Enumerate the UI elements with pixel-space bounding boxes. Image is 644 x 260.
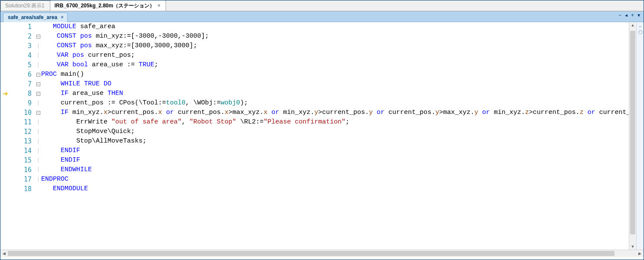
line-number: 8: [13, 89, 32, 98]
zoom-out-icon[interactable]: ◂: [624, 12, 628, 18]
fold-marker: │: [35, 146, 41, 156]
vertical-scroll-thumb[interactable]: [630, 31, 635, 234]
line-number: 7: [13, 79, 32, 89]
fold-marker[interactable]: −: [35, 108, 41, 117]
code-line[interactable]: ENDIF: [41, 156, 629, 165]
line-number: 6: [13, 70, 32, 79]
code-line[interactable]: WHILE TRUE DO: [41, 79, 629, 89]
horizontal-scrollbar[interactable]: ◀ ▶: [0, 250, 644, 257]
fold-marker[interactable]: −: [35, 32, 41, 41]
code-line[interactable]: IF min_xyz.x>current_pos.x or current_po…: [41, 108, 629, 117]
horizontal-scroll-thumb[interactable]: [8, 251, 615, 256]
code-line[interactable]: PROC main(): [41, 70, 629, 79]
fold-marker[interactable]: −: [35, 79, 41, 89]
code-editor[interactable]: ➔ 123456789101112131415161718 −│││−−−│−│…: [0, 22, 644, 250]
line-number: 14: [13, 146, 32, 156]
fold-marker: │: [35, 51, 41, 60]
fold-collapse-icon[interactable]: −: [36, 111, 40, 115]
code-line[interactable]: ENDMODULE: [41, 184, 629, 194]
fold-collapse-icon[interactable]: −: [36, 82, 40, 86]
line-number: 18: [13, 184, 32, 194]
fold-marker: [35, 22, 41, 32]
execution-gutter: ➔: [0, 22, 13, 250]
code-line[interactable]: Stop\AllMoveTasks;: [41, 136, 629, 146]
scroll-down-icon[interactable]: ▼: [629, 244, 636, 249]
fold-marker: [35, 184, 41, 194]
fold-collapse-icon[interactable]: −: [36, 73, 40, 77]
split-icon[interactable]: ↔: [638, 24, 642, 29]
close-icon[interactable]: ×: [61, 14, 64, 20]
close-icon[interactable]: ×: [157, 3, 160, 9]
fold-marker: │: [35, 127, 41, 136]
execution-pointer-icon: ➔: [3, 90, 8, 98]
line-number: 10: [13, 108, 32, 117]
side-widget: ↔ ▢: [636, 22, 644, 250]
code-line[interactable]: ENDIF: [41, 146, 629, 156]
code-line[interactable]: current_pos := CPos(\Tool:=tool0, \WObj:…: [41, 98, 629, 108]
minimize-icon[interactable]: −: [618, 12, 622, 18]
tab-menu-icon[interactable]: ▾: [637, 12, 641, 18]
fold-collapse-icon[interactable]: −: [36, 35, 40, 39]
code-line[interactable]: VAR pos current_pos;: [41, 51, 629, 60]
code-area[interactable]: MODULE safe_area CONST pos min_xyz:=[-30…: [41, 22, 629, 250]
fold-marker: │: [35, 60, 41, 70]
fold-marker: │: [35, 98, 41, 108]
code-line[interactable]: ENDPROC: [41, 175, 629, 184]
expand-icon[interactable]: ▢: [638, 29, 642, 34]
horizontal-scroll-track[interactable]: [8, 250, 636, 257]
document-tab-bar: safe_area/safe_area × − ◂ + ▾: [0, 11, 644, 22]
zoom-in-icon[interactable]: +: [630, 12, 635, 18]
line-number: 5: [13, 60, 32, 70]
fold-marker[interactable]: −: [35, 70, 41, 79]
code-line[interactable]: CONST pos max_xyz:=[3000,3000,3000];: [41, 41, 629, 51]
vertical-scrollbar[interactable]: ▲ ▼: [629, 22, 636, 250]
code-line[interactable]: CONST pos min_xyz:=[-3000,-3000,-3000];: [41, 32, 629, 41]
line-number-gutter: 123456789101112131415161718: [13, 22, 35, 250]
line-number: 17: [13, 175, 32, 184]
line-number: 3: [13, 41, 32, 51]
code-line[interactable]: ENDWHILE: [41, 165, 629, 175]
fold-marker: │: [35, 175, 41, 184]
fold-marker: │: [35, 136, 41, 146]
fold-collapse-icon[interactable]: −: [36, 92, 40, 96]
fold-marker: │: [35, 165, 41, 175]
line-number: 9: [13, 98, 32, 108]
line-number: 13: [13, 136, 32, 146]
outer-tab[interactable]: Solution29:表示1: [0, 0, 50, 11]
outer-tab-active[interactable]: IRB_6700_205kg_2.80m（ステーション）×: [50, 0, 166, 11]
line-number: 15: [13, 156, 32, 165]
fold-marker: │: [35, 156, 41, 165]
outer-tab-label: IRB_6700_205kg_2.80m（ステーション）: [55, 2, 155, 10]
fold-marker: │: [35, 41, 41, 51]
line-number: 12: [13, 127, 32, 136]
tab-bar-controls: − ◂ + ▾: [618, 12, 641, 18]
line-number: 11: [13, 117, 32, 127]
code-line[interactable]: IF area_use THEN: [41, 89, 629, 98]
line-number: 2: [13, 32, 32, 41]
code-line[interactable]: VAR bool area_use := TRUE;: [41, 60, 629, 70]
line-number: 16: [13, 165, 32, 175]
scroll-up-icon[interactable]: ▲: [629, 23, 636, 27]
line-number: 4: [13, 51, 32, 60]
fold-marker: │: [35, 117, 41, 127]
code-line[interactable]: ErrWrite "out of safe area", "Robot Stop…: [41, 117, 629, 127]
document-tab[interactable]: safe_area/safe_area ×: [3, 13, 68, 22]
code-line[interactable]: StopMove\Quick;: [41, 127, 629, 136]
scroll-left-icon[interactable]: ◀: [0, 251, 8, 256]
line-number: 1: [13, 22, 32, 32]
fold-marker[interactable]: −: [35, 89, 41, 98]
document-tab-label: safe_area/safe_area: [8, 14, 57, 20]
code-line[interactable]: MODULE safe_area: [41, 22, 629, 32]
outer-tab-label: Solution29:表示1: [5, 2, 45, 10]
outer-tab-strip: Solution29:表示1IRB_6700_205kg_2.80m（ステーショ…: [0, 0, 644, 11]
scroll-right-icon[interactable]: ▶: [636, 251, 644, 256]
fold-gutter: −│││−−−│−│││││││: [35, 22, 41, 250]
